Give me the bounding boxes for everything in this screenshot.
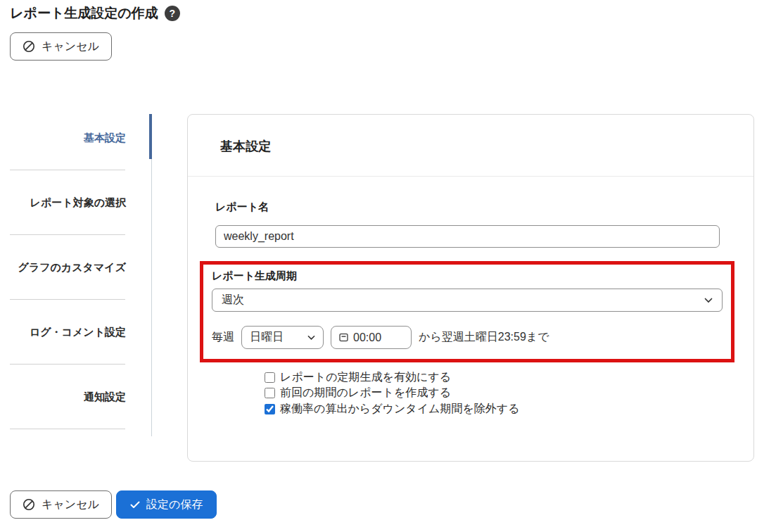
chevron-down-icon: [307, 335, 315, 341]
basic-settings-panel: 基本設定 レポート名 レポート生成周期 週次 毎週 日曜日: [187, 114, 754, 462]
footer-actions: キャンセル 設定の保存: [10, 490, 217, 519]
save-button-label: 設定の保存: [146, 498, 203, 512]
save-settings-button[interactable]: 設定の保存: [116, 490, 217, 519]
checkbox-label: 稼働率の算出からダウンタイム期間を除外する: [280, 402, 520, 417]
tab-log-comment-settings[interactable]: ログ・コメント設定: [0, 300, 152, 365]
tab-label: レポート対象の選択: [30, 196, 126, 210]
checkbox-row-exclude-downtime[interactable]: 稼働率の算出からダウンタイム期間を除外する: [265, 401, 720, 417]
cycle-select[interactable]: 週次: [212, 289, 723, 312]
time-input-value: 00:00: [353, 331, 381, 344]
checkbox-label: 前回の期間のレポートを作成する: [280, 386, 451, 400]
checkbox-row-previous-period[interactable]: 前回の期間のレポートを作成する: [265, 386, 720, 402]
help-icon[interactable]: ?: [165, 6, 180, 21]
report-name-input[interactable]: [215, 225, 720, 248]
settings-tabs: 基本設定 レポート対象の選択 グラフのカスタマイズ ログ・コメント設定 通知設定: [0, 106, 152, 429]
page-title-text: レポート生成設定の作成: [10, 4, 158, 23]
page-title: レポート生成設定の作成 ?: [10, 4, 180, 23]
cycle-suffix-text: から翌週土曜日23:59まで: [419, 330, 549, 345]
weekly-prefix-text: 毎週: [212, 330, 234, 345]
cycle-label: レポート生成周期: [212, 270, 723, 283]
highlighted-cycle-section: レポート生成周期 週次 毎週 日曜日: [200, 261, 734, 362]
cancel-button-label: キャンセル: [42, 498, 99, 512]
tab-report-targets[interactable]: レポート対象の選択: [0, 170, 152, 235]
cancel-slash-icon: [23, 498, 35, 511]
tab-notification-settings[interactable]: 通知設定: [0, 365, 152, 429]
tab-divider: [10, 429, 125, 429]
tab-label: ログ・コメント設定: [30, 326, 126, 339]
panel-body: レポート名 レポート生成周期 週次 毎週 日曜日: [188, 201, 753, 417]
panel-heading: 基本設定: [188, 115, 753, 177]
tab-label: 通知設定: [84, 391, 126, 404]
tabs-separator-line: [151, 114, 152, 436]
tab-label: 基本設定: [84, 132, 126, 145]
weekday-select-value: 日曜日: [250, 330, 284, 345]
clock-icon: [339, 333, 348, 342]
check-icon: [130, 501, 140, 509]
cycle-select-value: 週次: [222, 293, 244, 308]
cancel-button-bottom[interactable]: キャンセル: [10, 490, 112, 519]
report-name-label: レポート名: [215, 201, 720, 214]
cancel-slash-icon: [23, 40, 35, 53]
tab-label: グラフのカスタマイズ: [18, 261, 126, 274]
chevron-down-icon: [704, 298, 713, 303]
tab-basic-settings[interactable]: 基本設定: [0, 106, 152, 170]
time-input[interactable]: 00:00: [331, 326, 412, 349]
checkbox-row-periodic-generation[interactable]: レポートの定期生成を有効にする: [265, 369, 720, 386]
exclude-downtime-checkbox[interactable]: [265, 404, 275, 414]
active-tab-indicator: [149, 114, 152, 159]
options-checkbox-group: レポートの定期生成を有効にする 前回の期間のレポートを作成する 稼働率の算出から…: [265, 369, 720, 417]
checkbox-label: レポートの定期生成を有効にする: [280, 370, 451, 385]
cancel-button-top[interactable]: キャンセル: [10, 32, 112, 61]
periodic-generation-checkbox[interactable]: [265, 372, 275, 383]
weekly-schedule-row: 毎週 日曜日 00:: [212, 326, 723, 349]
cancel-button-label: キャンセル: [42, 39, 99, 54]
weekday-select[interactable]: 日曜日: [241, 326, 324, 349]
tab-graph-customize[interactable]: グラフのカスタマイズ: [0, 235, 152, 300]
previous-period-checkbox[interactable]: [265, 388, 275, 398]
